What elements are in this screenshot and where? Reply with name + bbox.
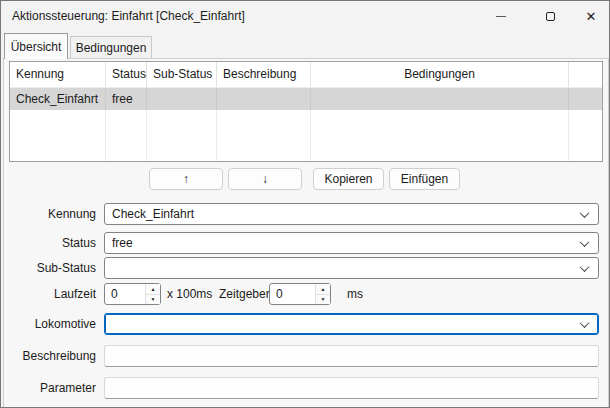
parameter-input[interactable] bbox=[104, 377, 599, 399]
column-divider bbox=[568, 110, 569, 161]
sub-status-combobox[interactable] bbox=[104, 257, 599, 279]
title-bar: Aktionssteuerung: Einfahrt [Check_Einfah… bbox=[1, 1, 609, 31]
table-header-row: Kennung Status Sub-Status Beschreibung B… bbox=[10, 62, 602, 88]
column-divider bbox=[105, 110, 106, 161]
minimize-icon bbox=[496, 16, 506, 17]
spin-down-icon[interactable]: ▼ bbox=[316, 295, 330, 305]
laufzeit-unit: x 100ms bbox=[167, 283, 212, 305]
table-empty-area bbox=[10, 110, 602, 161]
window-title: Aktionssteuerung: Einfahrt [Check_Einfah… bbox=[12, 1, 245, 31]
tab-label: Übersicht bbox=[11, 40, 62, 54]
lokomotive-label: Lokomotive bbox=[1, 313, 96, 335]
beschreibung-input[interactable] bbox=[104, 345, 599, 367]
copy-button[interactable]: Kopieren bbox=[313, 168, 384, 190]
close-button[interactable]: ✕ bbox=[573, 1, 609, 31]
laufzeit-label: Laufzeit bbox=[1, 283, 96, 305]
tab-uebersicht[interactable]: Übersicht bbox=[4, 33, 68, 59]
cell-empty bbox=[569, 88, 602, 110]
chevron-down-icon bbox=[580, 318, 590, 328]
spinner-arrows: ▲ ▼ bbox=[315, 284, 330, 304]
status-value: free bbox=[112, 233, 574, 253]
paste-button[interactable]: Einfügen bbox=[389, 168, 460, 190]
kennung-combobox[interactable]: Check_Einfahrt bbox=[104, 203, 599, 225]
actions-table: Kennung Status Sub-Status Beschreibung B… bbox=[9, 61, 603, 162]
spin-down-icon[interactable]: ▼ bbox=[146, 295, 160, 305]
status-combobox[interactable]: free bbox=[104, 232, 599, 254]
column-header-kennung[interactable]: Kennung bbox=[10, 62, 106, 87]
column-header-bedingungen[interactable]: Bedingungen bbox=[311, 62, 569, 87]
column-divider bbox=[146, 110, 147, 161]
column-header-status[interactable]: Status bbox=[106, 62, 147, 87]
lokomotive-combobox[interactable] bbox=[104, 313, 599, 335]
column-header-beschreibung[interactable]: Beschreibung bbox=[217, 62, 311, 87]
kennung-value: Check_Einfahrt bbox=[112, 204, 574, 224]
spin-up-icon[interactable]: ▲ bbox=[316, 284, 330, 295]
spinner-arrows: ▲ ▼ bbox=[145, 284, 160, 304]
laufzeit-value: 0 bbox=[105, 284, 145, 304]
column-divider bbox=[216, 110, 217, 161]
zeitgeber-label: Zeitgeber bbox=[219, 283, 270, 305]
chevron-down-icon bbox=[580, 262, 590, 272]
column-header-sub-status[interactable]: Sub-Status bbox=[147, 62, 217, 87]
cell-beschreibung bbox=[217, 88, 311, 110]
table-row[interactable]: Check_Einfahrt free bbox=[10, 88, 602, 110]
tab-label: Bedingungen bbox=[76, 41, 147, 55]
cell-bedingungen bbox=[311, 88, 569, 110]
status-label: Status bbox=[1, 232, 96, 254]
chevron-down-icon bbox=[580, 237, 590, 247]
zeitgeber-value: 0 bbox=[270, 284, 315, 304]
maximize-button[interactable] bbox=[529, 1, 571, 31]
zeitgeber-spinner[interactable]: 0 ▲ ▼ bbox=[269, 283, 331, 305]
tab-bedingungen[interactable]: Bedingungen bbox=[70, 36, 152, 58]
column-header-empty bbox=[569, 62, 602, 87]
laufzeit-spinner[interactable]: 0 ▲ ▼ bbox=[104, 283, 161, 305]
beschreibung-label: Beschreibung bbox=[1, 345, 96, 367]
zeitgeber-unit: ms bbox=[347, 283, 363, 305]
maximize-icon bbox=[546, 12, 555, 21]
kennung-label: Kennung bbox=[1, 203, 96, 225]
column-divider bbox=[310, 110, 311, 161]
cell-status: free bbox=[106, 88, 147, 110]
parameter-label: Parameter bbox=[1, 377, 96, 399]
spin-up-icon[interactable]: ▲ bbox=[146, 284, 160, 295]
cell-kennung: Check_Einfahrt bbox=[10, 88, 106, 110]
sub-status-label: Sub-Status bbox=[1, 257, 96, 279]
move-up-button[interactable]: ↑ bbox=[149, 168, 223, 190]
cell-sub-status bbox=[147, 88, 217, 110]
close-icon: ✕ bbox=[586, 10, 597, 23]
move-down-button[interactable]: ↓ bbox=[228, 168, 302, 190]
minimize-button[interactable] bbox=[480, 1, 522, 31]
dialog-window: Aktionssteuerung: Einfahrt [Check_Einfah… bbox=[0, 0, 610, 408]
chevron-down-icon bbox=[580, 208, 590, 218]
